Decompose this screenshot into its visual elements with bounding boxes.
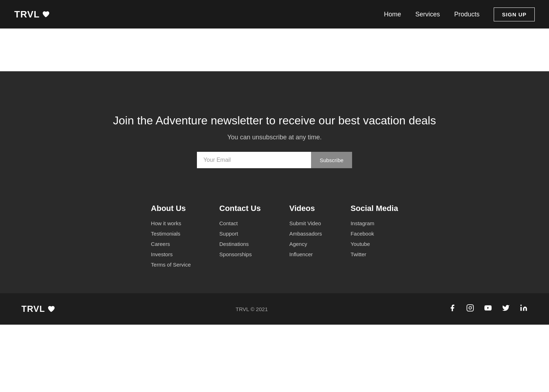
content-spacer <box>0 29 549 71</box>
signup-button[interactable]: SIGN UP <box>494 7 535 21</box>
footer-heading-contact-us: Contact Us <box>219 204 261 213</box>
footer-link-ambassadors[interactable]: Ambassadors <box>289 231 322 237</box>
header: TRVL Home Services Products SIGN UP <box>0 0 549 29</box>
footer-link-submit-video[interactable]: Submit Video <box>289 220 322 226</box>
footer-copyright: TRVL © 2021 <box>235 306 268 312</box>
dark-section: Join the Adventure newsletter to receive… <box>0 71 549 293</box>
footer-logo-heart-icon <box>47 305 55 313</box>
instagram-icon[interactable] <box>466 304 474 314</box>
footer-link-facebook[interactable]: Facebook <box>351 231 398 237</box>
footer-col-videos: Videos Submit Video Ambassadors Agency I… <box>289 204 322 272</box>
footer-link-support[interactable]: Support <box>219 231 261 237</box>
footer-bottom-logo: TRVL <box>21 304 55 314</box>
logo-text: TRVL <box>14 9 40 20</box>
footer-link-youtube[interactable]: Youtube <box>351 241 398 247</box>
newsletter-title: Join the Adventure newsletter to receive… <box>14 114 535 127</box>
footer-link-sponsorships[interactable]: Sponsorships <box>219 251 261 257</box>
footer-link-contact[interactable]: Contact <box>219 220 261 226</box>
footer-link-destinations[interactable]: Destinations <box>219 241 261 247</box>
footer-link-instagram[interactable]: Instagram <box>351 220 398 226</box>
footer-bottom: TRVL TRVL © 2021 <box>0 293 549 325</box>
newsletter-form: Subscribe <box>14 152 535 168</box>
social-icons-bar <box>448 304 528 314</box>
footer-link-influencer[interactable]: Influencer <box>289 251 322 257</box>
footer-link-agency[interactable]: Agency <box>289 241 322 247</box>
twitter-icon[interactable] <box>502 304 510 314</box>
subscribe-button[interactable]: Subscribe <box>311 152 352 168</box>
nav-home[interactable]: Home <box>384 11 401 18</box>
nav-services[interactable]: Services <box>415 11 440 18</box>
footer-link-investors[interactable]: Investors <box>151 251 191 257</box>
svg-point-4 <box>520 305 522 306</box>
facebook-icon[interactable] <box>448 304 456 314</box>
footer-link-how-it-works[interactable]: How it works <box>151 220 191 226</box>
youtube-icon[interactable] <box>484 304 492 314</box>
footer-col-about-us: About Us How it works Testimonials Caree… <box>151 204 191 272</box>
email-input[interactable] <box>197 152 311 168</box>
footer-link-testimonials[interactable]: Testimonials <box>151 231 191 237</box>
footer-link-terms[interactable]: Terms of Service <box>151 262 191 268</box>
logo-heart-icon <box>42 10 50 18</box>
linkedin-icon[interactable] <box>520 304 528 314</box>
newsletter-section: Join the Adventure newsletter to receive… <box>7 93 542 186</box>
svg-rect-0 <box>467 305 473 311</box>
newsletter-subtitle: You can unsubscribe at any time. <box>14 134 535 141</box>
footer-logo-text: TRVL <box>21 304 45 314</box>
footer-heading-social-media: Social Media <box>351 204 398 213</box>
footer-link-twitter[interactable]: Twitter <box>351 251 398 257</box>
header-logo: TRVL <box>14 9 50 20</box>
svg-rect-3 <box>520 307 522 311</box>
footer-heading-about-us: About Us <box>151 204 191 213</box>
footer-col-contact-us: Contact Us Contact Support Destinations … <box>219 204 261 272</box>
footer-heading-videos: Videos <box>289 204 322 213</box>
nav-products[interactable]: Products <box>454 11 479 18</box>
footer-col-social-media: Social Media Instagram Facebook Youtube … <box>351 204 398 272</box>
footer-link-careers[interactable]: Careers <box>151 241 191 247</box>
main-nav: Home Services Products SIGN UP <box>384 7 535 21</box>
footer-links: About Us How it works Testimonials Caree… <box>7 186 542 293</box>
